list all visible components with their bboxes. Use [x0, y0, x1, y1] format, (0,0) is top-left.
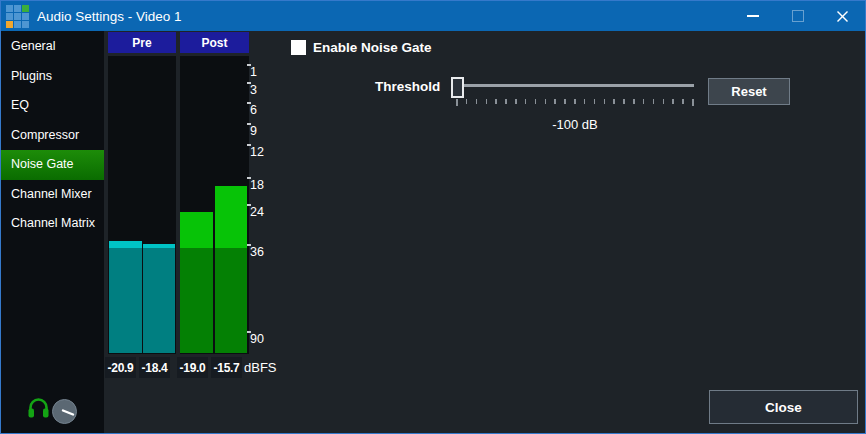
enable-noise-gate-label: Enable Noise Gate: [313, 40, 432, 56]
slider-tick: [535, 99, 537, 104]
scale-label: 18: [250, 178, 264, 192]
meter-segment-bright: [215, 186, 247, 248]
meter-segment-dark: [143, 248, 175, 353]
threshold-value: -100 dB: [456, 117, 694, 132]
scale-label: 9: [250, 124, 257, 138]
slider-tick: [604, 99, 606, 104]
scale-label: 3: [250, 83, 257, 97]
slider-tick: [613, 99, 615, 104]
close-icon: [836, 10, 849, 23]
headphones-monitor-icon[interactable]: [27, 396, 50, 420]
slider-tick: [672, 99, 674, 104]
slider-tick: [692, 99, 694, 106]
scale-label: 36: [250, 245, 264, 259]
slider-tick: [633, 99, 635, 104]
threshold-slider-track[interactable]: [456, 84, 694, 87]
slider-tick: [515, 99, 517, 104]
app-logo-tile: [22, 21, 29, 28]
slider-tick: [486, 99, 488, 104]
app-logo-tile: [14, 13, 21, 20]
meter-value-pre-1: -20.9: [105, 357, 136, 378]
meter-segment-bright: [180, 212, 213, 248]
sidebar-item-compressor[interactable]: Compressor: [1, 121, 104, 151]
sidebar-item-channel-mixer[interactable]: Channel Mixer: [1, 180, 104, 210]
minimize-button[interactable]: [730, 1, 775, 31]
app-logo-tile: [6, 5, 13, 12]
reset-button[interactable]: Reset: [708, 78, 790, 105]
slider-tick: [564, 99, 566, 104]
audio-settings-window: Audio Settings - Video 1 GeneralPluginsE…: [0, 0, 866, 434]
scale-label: 90: [250, 332, 264, 346]
meter-bar-pre-1: [109, 56, 142, 354]
settings-sidebar: GeneralPluginsEQCompressorNoise GateChan…: [1, 31, 104, 433]
slider-tick: [653, 99, 655, 104]
volume-knob[interactable]: [52, 399, 77, 424]
meter-unit-label: dBFS: [244, 357, 277, 378]
sidebar-item-noise-gate[interactable]: Noise Gate: [1, 150, 104, 180]
threshold-slider-thumb[interactable]: [451, 77, 464, 98]
slider-tick: [505, 99, 507, 104]
meter-segment-bright: [109, 241, 142, 248]
enable-noise-gate-checkbox[interactable]: [291, 40, 306, 55]
slider-tick: [554, 99, 556, 104]
threshold-label: Threshold: [375, 79, 440, 94]
meter-column-pre: -20.9-18.4: [108, 56, 176, 354]
window-title: Audio Settings - Video 1: [37, 9, 182, 24]
meter-header-post: Post: [180, 32, 249, 53]
slider-tick: [545, 99, 547, 104]
sidebar-item-plugins[interactable]: Plugins: [1, 62, 104, 92]
app-logo-tile: [22, 13, 29, 20]
app-logo-tile: [22, 5, 29, 12]
slider-tick: [663, 99, 665, 104]
meter-bar-pre-2: [143, 56, 175, 354]
slider-tick: [682, 99, 684, 104]
scale-label: 1: [250, 65, 257, 79]
scale-label: 24: [250, 205, 264, 219]
slider-tick: [456, 99, 458, 106]
slider-tick: [574, 99, 576, 104]
app-logo-tile: [14, 5, 21, 12]
meter-header-pre: Pre: [108, 32, 176, 53]
meter-column-post: -19.0-15.7: [180, 56, 249, 354]
slider-tick: [495, 99, 497, 104]
meter-bar-post-2: [215, 56, 247, 354]
meter-bar-post-1: [180, 56, 213, 354]
window-controls: [730, 1, 865, 31]
slider-tick: [594, 99, 596, 104]
close-window-button[interactable]: [820, 1, 865, 31]
meter-segment-dark: [215, 248, 247, 353]
slider-tick: [623, 99, 625, 104]
meter-value-post-2: -15.7: [211, 357, 242, 378]
sidebar-item-channel-matrix[interactable]: Channel Matrix: [1, 209, 104, 239]
meter-value-pre-2: -18.4: [139, 357, 170, 378]
maximize-button[interactable]: [775, 1, 820, 31]
minimize-icon: [747, 15, 759, 17]
threshold-slider-ticks: [456, 99, 694, 107]
sidebar-item-eq[interactable]: EQ: [1, 91, 104, 121]
scale-label: 12: [250, 145, 264, 159]
slider-tick: [643, 99, 645, 104]
sidebar-item-general[interactable]: General: [1, 32, 104, 62]
app-logo-tile: [6, 21, 13, 28]
app-logo-tile: [14, 21, 21, 28]
app-logo-icon: [6, 5, 29, 28]
close-button[interactable]: Close: [709, 390, 858, 424]
maximize-icon: [792, 10, 804, 22]
slider-tick: [584, 99, 586, 104]
slider-tick: [466, 99, 468, 104]
app-logo-tile: [6, 13, 13, 20]
meter-value-post-1: -19.0: [177, 357, 208, 378]
titlebar[interactable]: Audio Settings - Video 1: [1, 1, 865, 31]
meter-segment-dark: [180, 248, 213, 353]
scale-label: 6: [250, 103, 257, 117]
knob-pointer-icon: [53, 400, 76, 423]
meter-segment-dark: [109, 248, 142, 353]
slider-tick: [525, 99, 527, 104]
slider-tick: [476, 99, 478, 104]
